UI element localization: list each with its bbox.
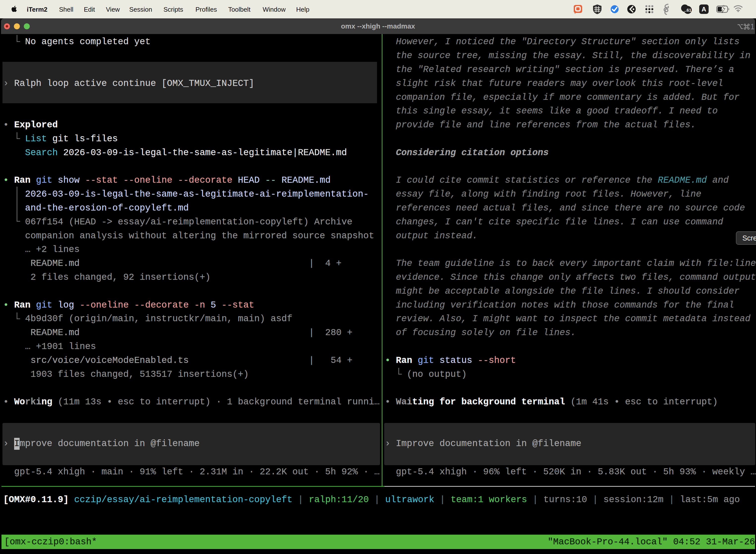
svg-text:A: A: [702, 5, 706, 13]
svg-text:..61: ..61: [684, 8, 691, 13]
